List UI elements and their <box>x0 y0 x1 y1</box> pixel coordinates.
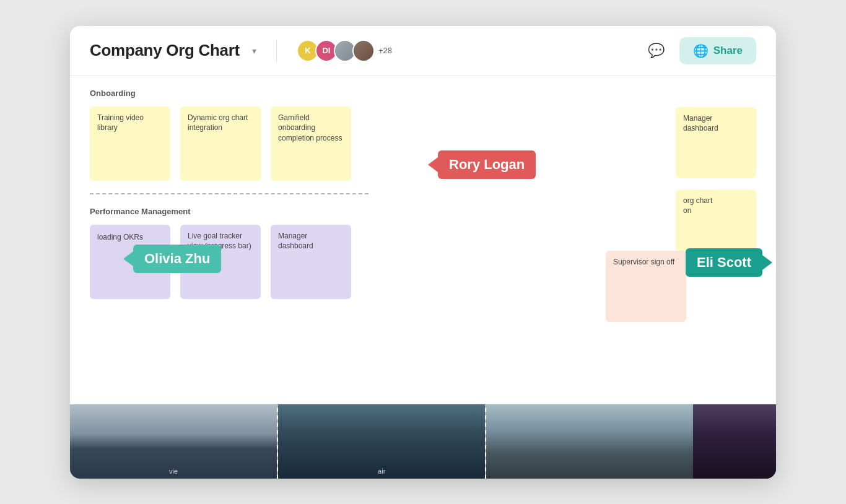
right-performance-cards: Supervisor sign off <box>606 251 686 322</box>
header-divider <box>276 40 277 62</box>
main-content: Onboarding Training video library Dynami… <box>70 76 776 404</box>
onboarding-section: Onboarding Training video library Dynami… <box>90 89 756 181</box>
rory-arrow-icon <box>428 157 438 172</box>
name-tag-olivia: Olivia Zhu <box>133 245 221 273</box>
avatar-group: K DI +28 <box>297 40 392 62</box>
video-thumb-4[interactable] <box>693 404 776 479</box>
globe-icon: 🌐 <box>693 43 709 58</box>
olivia-arrow-icon <box>123 251 133 266</box>
name-tag-eli: Eli Scott <box>686 248 762 277</box>
video-strip: vie air <box>70 404 776 479</box>
onboarding-cards-row: Training video library Dynamic org chart… <box>90 106 756 181</box>
video-label-1: vie <box>169 467 178 475</box>
card-manager-dashboard-perf[interactable]: Manager dashboard <box>271 225 351 299</box>
video-thumb-1[interactable]: vie <box>70 404 277 479</box>
avatar-person4[interactable] <box>352 40 375 62</box>
video-thumb-3[interactable] <box>486 404 693 479</box>
comment-button[interactable]: 💬 <box>643 38 669 64</box>
avatar-count: +28 <box>378 46 392 55</box>
card-supervisor-sign-off[interactable]: Supervisor sign off <box>606 251 686 322</box>
header: Company Org Chart ▾ K DI +28 💬 🌐 Share <box>70 26 776 76</box>
card-dynamic-org[interactable]: Dynamic org chart integration <box>180 106 261 181</box>
video-label-2: air <box>378 467 385 475</box>
page-title: Company Org Chart <box>90 41 240 60</box>
eli-arrow-icon <box>762 255 772 270</box>
eli-name-label: Eli Scott <box>697 254 751 270</box>
card-training-video[interactable]: Training video library <box>90 106 170 181</box>
card-manager-dashboard-onboarding[interactable]: Manager dashboard <box>676 107 756 178</box>
share-label: Share <box>713 45 743 57</box>
performance-label: Performance Management <box>90 207 756 216</box>
share-button[interactable]: 🌐 Share <box>679 37 756 64</box>
browser-frame: Company Org Chart ▾ K DI +28 💬 🌐 Share <box>70 26 776 479</box>
card-gamifield[interactable]: Gamifield onboarding completion process <box>271 106 351 181</box>
comment-icon: 💬 <box>648 43 665 59</box>
olivia-name-label: Olivia Zhu <box>144 251 210 266</box>
dropdown-arrow-icon[interactable]: ▾ <box>252 46 256 56</box>
rory-name-label: Rory Logan <box>449 157 525 172</box>
video-thumb-2[interactable]: air <box>278 404 485 479</box>
onboarding-label: Onboarding <box>90 89 756 98</box>
right-onboarding-cards: Manager dashboard org charton <box>676 107 756 261</box>
dashed-separator <box>90 193 368 194</box>
name-tag-rory: Rory Logan <box>438 150 536 179</box>
